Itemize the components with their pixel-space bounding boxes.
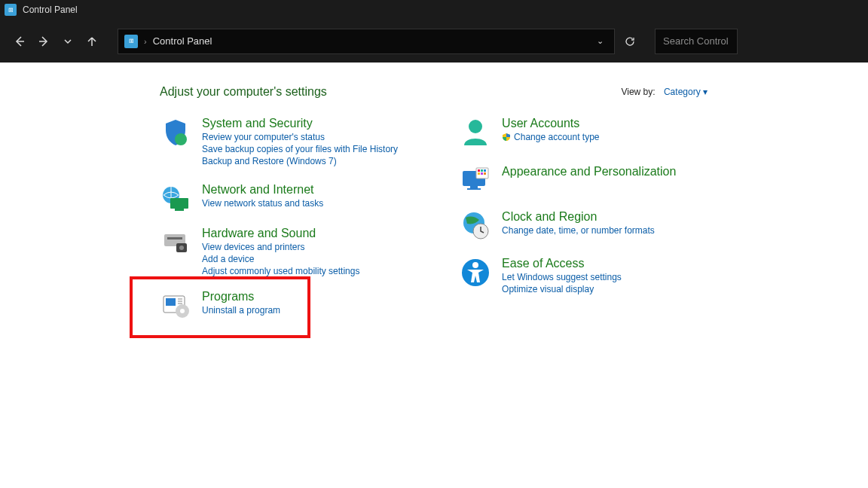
svg-point-0 <box>175 133 187 145</box>
content-area: Adjust your computer's settings View by:… <box>0 63 727 322</box>
refresh-button[interactable] <box>617 29 643 54</box>
globe-monitor-icon <box>160 183 191 215</box>
category-link[interactable]: Add a device <box>202 254 359 264</box>
svg-point-7 <box>179 246 184 250</box>
programs-icon <box>160 290 191 322</box>
control-panel-icon: ⊞ <box>124 35 138 48</box>
svg-rect-5 <box>167 237 182 239</box>
svg-rect-24 <box>481 172 483 175</box>
category-system-security: System and Security Review your computer… <box>160 117 398 166</box>
svg-rect-18 <box>467 188 481 190</box>
category-ease-of-access: Ease of Access Let Windows suggest setti… <box>460 257 676 294</box>
category-link[interactable]: Change account type <box>502 132 599 142</box>
category-title[interactable]: System and Security <box>202 117 398 130</box>
category-link[interactable]: Adjust commonly used mobility settings <box>202 266 359 276</box>
uac-shield-icon <box>502 133 511 142</box>
category-title[interactable]: Ease of Access <box>502 257 622 270</box>
back-button[interactable] <box>9 29 30 53</box>
page-title: Adjust your computer's settings <box>160 85 327 99</box>
category-link[interactable]: Uninstall a program <box>202 305 280 316</box>
category-user-accounts: User Accounts Change account type <box>460 117 676 148</box>
category-link[interactable]: View network status and tasks <box>202 198 323 209</box>
category-network-internet: Network and Internet View network status… <box>160 183 398 215</box>
category-title[interactable]: Clock and Region <box>502 210 655 224</box>
svg-point-15 <box>469 120 482 133</box>
title-bar: ⊞ Control Panel <box>0 0 868 20</box>
category-hardware-sound: Hardware and Sound View devices and prin… <box>160 227 398 276</box>
category-appearance-personalization: Appearance and Personalization <box>460 165 676 197</box>
category-title[interactable]: Appearance and Personalization <box>502 165 676 178</box>
svg-rect-22 <box>484 169 486 172</box>
nav-bar: ⊞ › Control Panel ⌄ <box>0 20 868 63</box>
category-link[interactable]: View devices and printers <box>202 242 359 252</box>
category-title[interactable]: Programs <box>202 290 280 303</box>
svg-rect-20 <box>478 169 480 172</box>
category-link[interactable]: Optimize visual display <box>502 284 622 294</box>
category-clock-region: Clock and Region Change date, time, or n… <box>460 210 676 242</box>
printer-camera-icon <box>160 227 191 258</box>
category-link[interactable]: Backup and Restore (Windows 7) <box>202 156 398 166</box>
control-panel-icon: ⊞ <box>5 4 17 16</box>
category-link[interactable]: Change date, time, or number formats <box>502 225 655 236</box>
breadcrumb-separator: › <box>144 37 147 46</box>
view-by-label: View by: <box>621 87 655 97</box>
accessibility-icon <box>460 257 491 288</box>
shield-icon <box>160 117 191 148</box>
svg-rect-21 <box>481 169 483 172</box>
svg-rect-23 <box>478 172 480 175</box>
left-column: System and Security Review your computer… <box>160 117 398 322</box>
right-column: User Accounts Change account type Appear… <box>460 117 676 322</box>
category-link[interactable]: Save backup copies of your files with Fi… <box>202 144 398 154</box>
svg-point-14 <box>180 309 185 313</box>
search-input[interactable] <box>663 35 729 47</box>
window-title: Control Panel <box>23 5 78 15</box>
recent-locations-button[interactable] <box>57 29 78 53</box>
category-title[interactable]: User Accounts <box>502 117 599 130</box>
up-button[interactable] <box>81 29 102 53</box>
address-dropdown-button[interactable]: ⌄ <box>592 36 608 46</box>
search-box[interactable] <box>655 29 738 54</box>
svg-rect-9 <box>166 298 176 306</box>
svg-rect-25 <box>484 172 486 175</box>
view-by-dropdown[interactable]: Category ▾ <box>664 87 708 97</box>
category-programs: Programs Uninstall a program <box>160 290 398 322</box>
category-link[interactable]: Review your computer's status <box>202 132 398 142</box>
svg-rect-3 <box>175 209 184 211</box>
svg-rect-2 <box>170 198 188 209</box>
user-icon <box>460 117 491 148</box>
breadcrumb-location[interactable]: Control Panel <box>153 35 212 47</box>
address-bar[interactable]: ⊞ › Control Panel ⌄ <box>118 29 615 54</box>
view-by-control: View by: Category ▾ <box>621 87 708 97</box>
monitor-grid-icon <box>460 165 491 197</box>
category-title[interactable]: Hardware and Sound <box>202 227 359 240</box>
category-link[interactable]: Let Windows suggest settings <box>502 272 622 282</box>
svg-point-29 <box>472 262 478 268</box>
svg-rect-17 <box>470 186 478 188</box>
category-title[interactable]: Network and Internet <box>202 183 323 197</box>
forward-button[interactable] <box>33 29 54 53</box>
globe-clock-icon <box>460 210 491 242</box>
